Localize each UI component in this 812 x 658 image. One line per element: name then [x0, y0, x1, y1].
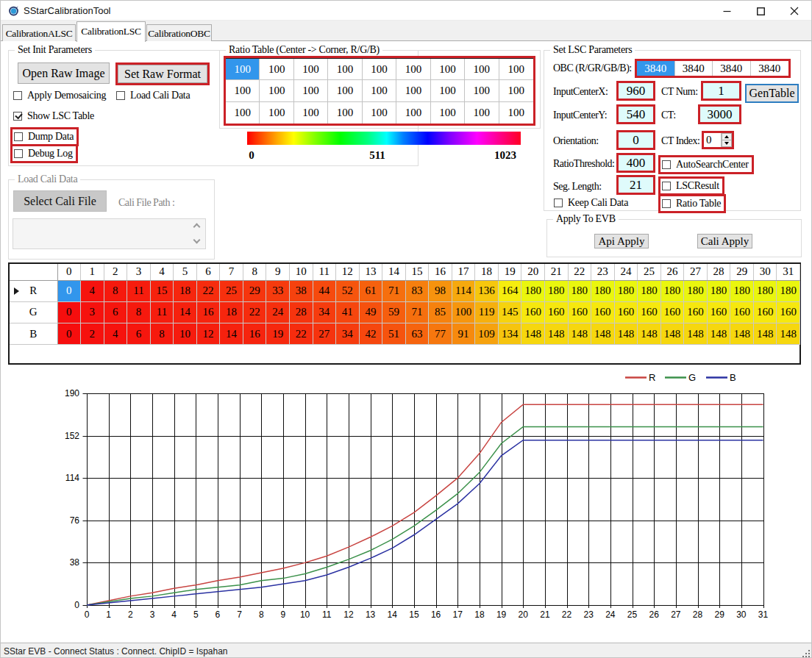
- ratio-cell[interactable]: 100: [363, 102, 396, 124]
- grid-cell[interactable]: 71: [382, 280, 406, 301]
- ratio-cell[interactable]: 100: [260, 59, 293, 80]
- grid-cell[interactable]: 25: [220, 280, 243, 301]
- grid-column-header[interactable]: 31: [777, 264, 800, 280]
- grid-cell[interactable]: 33: [266, 280, 290, 301]
- ratio-cell[interactable]: 100: [465, 102, 499, 124]
- ratio-cell[interactable]: 100: [396, 102, 430, 124]
- ratio-cell[interactable]: 100: [431, 80, 465, 101]
- grid-row-header[interactable]: B: [10, 323, 57, 345]
- grid-cell[interactable]: 27: [313, 323, 336, 345]
- ratio-cell[interactable]: 100: [328, 102, 362, 124]
- seg-length-field[interactable]: 21: [616, 175, 655, 195]
- grid-column-header[interactable]: 1: [81, 264, 104, 280]
- grid-cell[interactable]: 148: [730, 323, 754, 345]
- grid-cell[interactable]: 34: [336, 323, 360, 345]
- grid-cell[interactable]: 8: [104, 280, 127, 301]
- input-center-y-field[interactable]: 540: [616, 104, 655, 124]
- grid-cell[interactable]: 160: [777, 301, 800, 323]
- tab-calibration-lsc[interactable]: CalibrationLSC: [76, 21, 146, 42]
- grid-cell[interactable]: 41: [336, 301, 360, 323]
- grid-cell[interactable]: 71: [405, 301, 429, 323]
- grid-column-header[interactable]: 14: [382, 264, 406, 280]
- grid-cell[interactable]: 114: [452, 280, 475, 301]
- grid-cell[interactable]: 42: [359, 323, 382, 345]
- grid-cell[interactable]: 160: [638, 301, 661, 323]
- grid-cell[interactable]: 0: [57, 280, 81, 301]
- ratio-cell[interactable]: 100: [363, 59, 396, 80]
- grid-cell[interactable]: 180: [777, 280, 800, 301]
- set-raw-format-button[interactable]: Set Raw Format: [118, 65, 207, 83]
- grid-cell[interactable]: 148: [753, 323, 777, 345]
- ratio-cell[interactable]: 100: [328, 59, 362, 80]
- grid-column-header[interactable]: 26: [660, 264, 684, 280]
- grid-cell[interactable]: 0: [57, 323, 81, 345]
- ratio-cell[interactable]: 100: [294, 59, 328, 80]
- checkbox-apply-demosaicing[interactable]: Apply Demosaicing: [13, 90, 106, 101]
- grid-cell[interactable]: 8: [150, 323, 174, 345]
- grid-cell[interactable]: 61: [359, 280, 382, 301]
- grid-cell[interactable]: 180: [660, 280, 684, 301]
- grid-cell[interactable]: 160: [730, 301, 754, 323]
- checkbox-lsc-result[interactable]: LSCResult: [658, 176, 724, 196]
- checkbox-load-cali-data[interactable]: Load Cali Data: [116, 90, 190, 101]
- grid-cell[interactable]: 164: [498, 280, 521, 301]
- ratio-cell[interactable]: 100: [363, 80, 396, 101]
- grid-cell[interactable]: 18: [174, 280, 197, 301]
- ratio-cell[interactable]: 100: [465, 80, 499, 101]
- spinner-down-button[interactable]: [722, 140, 732, 147]
- grid-cell[interactable]: 98: [429, 280, 452, 301]
- scroll-up-icon[interactable]: [192, 223, 201, 229]
- grid-cell[interactable]: 100: [452, 301, 475, 323]
- grid-column-header[interactable]: 7: [220, 264, 243, 280]
- grid-column-header[interactable]: 11: [313, 264, 336, 280]
- grid-column-header[interactable]: 8: [243, 264, 266, 280]
- ratio-cell[interactable]: 100: [294, 80, 328, 101]
- ratio-cell[interactable]: 100: [294, 102, 328, 124]
- grid-column-header[interactable]: 24: [614, 264, 638, 280]
- grid-cell[interactable]: 8: [127, 301, 151, 323]
- ratio-cell[interactable]: 100: [499, 80, 533, 101]
- grid-cell[interactable]: 119: [475, 301, 499, 323]
- grid-column-header[interactable]: 6: [196, 264, 220, 280]
- grid-cell[interactable]: 91: [452, 323, 475, 345]
- minimize-button[interactable]: [710, 1, 744, 21]
- grid-cell[interactable]: 3: [81, 301, 104, 323]
- grid-column-header[interactable]: 0: [57, 264, 81, 280]
- cali-apply-button[interactable]: Cali Apply: [697, 234, 752, 248]
- grid-cell[interactable]: 145: [498, 301, 521, 323]
- grid-cell[interactable]: 6: [104, 301, 127, 323]
- grid-cell[interactable]: 160: [707, 301, 730, 323]
- ratio-cell[interactable]: 100: [226, 102, 260, 124]
- grid-cell[interactable]: 109: [475, 323, 499, 345]
- grid-cell[interactable]: 12: [196, 323, 220, 345]
- grid-cell[interactable]: 180: [591, 280, 615, 301]
- grid-cell[interactable]: 15: [150, 280, 174, 301]
- grid-column-header[interactable]: 10: [289, 264, 313, 280]
- cali-file-path-textarea[interactable]: [13, 218, 206, 249]
- grid-cell[interactable]: 22: [196, 280, 220, 301]
- grid-cell[interactable]: 180: [568, 280, 591, 301]
- resize-grip[interactable]: [801, 648, 810, 657]
- grid-cell[interactable]: 4: [104, 323, 127, 345]
- orientation-field[interactable]: 0: [616, 130, 655, 150]
- grid-cell[interactable]: 148: [660, 323, 684, 345]
- grid-cell[interactable]: 34: [313, 301, 336, 323]
- grid-cell[interactable]: 148: [521, 323, 545, 345]
- grid-cell[interactable]: 10: [174, 323, 197, 345]
- grid-cell[interactable]: 148: [568, 323, 591, 345]
- open-raw-image-button[interactable]: Open Raw Image: [18, 62, 110, 84]
- grid-column-header[interactable]: 2: [104, 264, 127, 280]
- grid-cell[interactable]: 180: [614, 280, 638, 301]
- grid-column-header[interactable]: 23: [591, 264, 615, 280]
- grid-column-header[interactable]: 19: [498, 264, 521, 280]
- grid-cell[interactable]: 16: [243, 323, 266, 345]
- grid-cell[interactable]: 63: [405, 323, 429, 345]
- gen-table-button[interactable]: GenTable: [745, 84, 799, 103]
- grid-cell[interactable]: 29: [243, 280, 266, 301]
- grid-cell[interactable]: 22: [289, 323, 313, 345]
- grid-cell[interactable]: 44: [313, 280, 336, 301]
- ct-num-field[interactable]: 1: [701, 81, 741, 101]
- grid-cell[interactable]: 2: [81, 323, 104, 345]
- ratio-cell[interactable]: 100: [396, 59, 430, 80]
- grid-column-header[interactable]: 16: [429, 264, 452, 280]
